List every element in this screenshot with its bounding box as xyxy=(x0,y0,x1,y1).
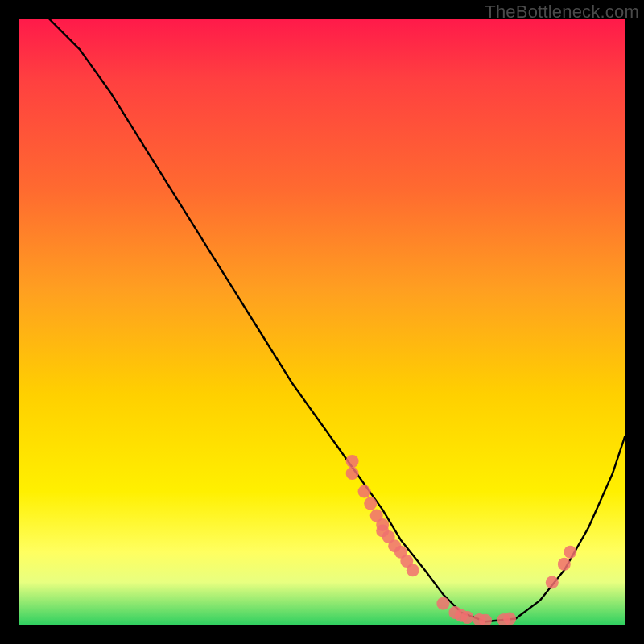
chart-marker xyxy=(546,576,559,588)
chart-marker xyxy=(364,497,377,510)
chart-marker xyxy=(503,613,516,625)
chart-marker xyxy=(407,564,419,576)
chart-marker xyxy=(461,611,474,624)
chart-marker xyxy=(346,467,359,480)
chart-svg xyxy=(19,19,625,625)
chart-curve xyxy=(50,19,625,621)
chart-marker xyxy=(558,558,571,571)
chart-marker xyxy=(358,485,371,498)
chart-marker xyxy=(436,597,449,610)
chart-plot-area xyxy=(19,19,625,625)
chart-marker xyxy=(564,546,576,559)
chart-marker xyxy=(346,455,359,468)
